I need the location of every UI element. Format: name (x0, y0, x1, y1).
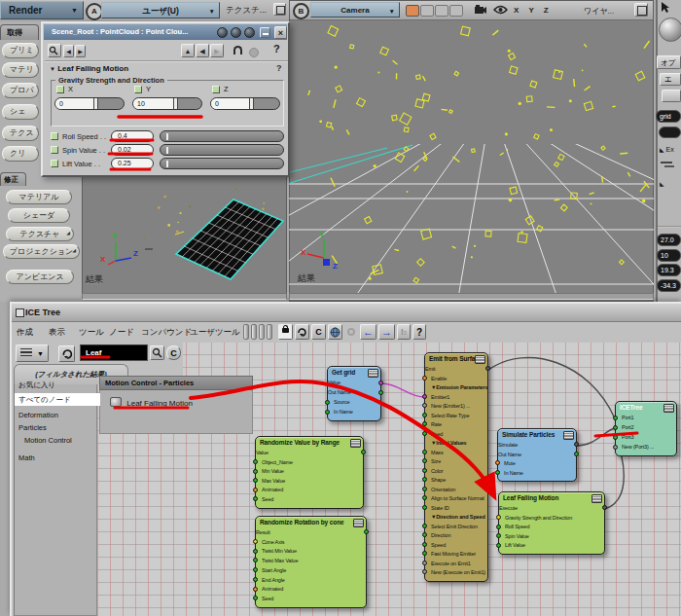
keyframe-icon-disabled[interactable] (249, 48, 259, 57)
axis-x-slider[interactable]: 0 (54, 97, 125, 110)
input-port[interactable] (253, 459, 258, 464)
eye-icon[interactable] (493, 5, 508, 15)
lift-value-value[interactable]: 0.25 (111, 158, 154, 169)
memo-cam-swatch[interactable] (449, 5, 463, 17)
display-mode-dropdown[interactable]: ワイヤ... (584, 6, 614, 17)
lift-value-checkbox[interactable] (51, 160, 58, 167)
render-mode-dropdown[interactable]: Render ▼ (0, 1, 84, 19)
forward-button-disabled[interactable]: ▶ (210, 44, 224, 57)
sidebar-button-5[interactable]: テクス (2, 126, 39, 141)
slider-handle[interactable] (173, 98, 178, 109)
axis-z-slider[interactable]: 0 (210, 97, 280, 110)
roll-speed-checkbox[interactable] (51, 132, 58, 140)
slider-tick[interactable] (166, 161, 168, 167)
user-menu-dropdown[interactable]: ユーザ(U) ▼ (101, 2, 220, 18)
category-Deformation[interactable]: Deformation (15, 409, 100, 421)
preset-item-leaf-falling-motion[interactable]: Leaf Falling Motion (110, 397, 193, 408)
input-port[interactable] (253, 549, 258, 554)
viewport-scroll-strip[interactable] (289, 293, 654, 300)
input-port[interactable] (422, 376, 427, 380)
slider-handle[interactable] (93, 98, 98, 109)
node-menu-icon[interactable] (591, 494, 602, 503)
list-style-dropdown[interactable]: ▼ (16, 344, 49, 362)
slider-handle[interactable] (249, 98, 254, 109)
sidebar-button-3[interactable]: プロパ (2, 83, 39, 98)
explorer-label[interactable]: ◣ Ex (660, 146, 674, 153)
memo-cam-swatch[interactable] (435, 5, 448, 17)
output-port[interactable] (574, 452, 579, 456)
keyable-lock-button[interactable] (48, 44, 61, 57)
input-port[interactable] (422, 542, 427, 547)
node-randomize_value[interactable]: Randomize Value by RangeValueObject_Name… (255, 436, 364, 509)
slider-tick[interactable] (166, 147, 168, 154)
lock-button[interactable] (278, 324, 293, 340)
help-button[interactable]: ? (412, 324, 426, 340)
next-page-button[interactable]: ▶ (75, 45, 86, 57)
node-randomize_rotation[interactable]: Randomize Rotation by coneResultCone Axi… (255, 516, 367, 608)
node-get_grid[interactable]: Get gridValueOut NameSourceIn Name (327, 366, 381, 421)
section-help-icon[interactable]: ? (276, 63, 282, 73)
tab-modify[interactable]: 修正 (0, 172, 26, 186)
input-port[interactable] (613, 445, 618, 450)
search-input[interactable]: Leaf (80, 344, 148, 361)
ice-menu-5[interactable]: コンパウンド (141, 327, 192, 339)
blank-button[interactable] (662, 90, 681, 102)
empty-field[interactable] (659, 127, 681, 138)
sidebar-button-6[interactable]: クリ (2, 146, 39, 162)
input-port[interactable] (253, 577, 258, 582)
refresh-button[interactable] (295, 324, 309, 340)
c-button[interactable]: C (311, 324, 326, 340)
roll-speed-value[interactable]: 0.4 (111, 130, 154, 142)
transform-value-field[interactable]: 10 (657, 249, 681, 262)
lift-value-slider[interactable] (160, 158, 284, 169)
sidebar-button-アンビエンス[interactable]: アンビエンス (6, 270, 74, 284)
category-Motion Control[interactable]: Motion Control (15, 434, 106, 447)
viewport-maximize-icon[interactable] (634, 3, 648, 17)
input-port[interactable] (613, 435, 618, 440)
ice-menu-2[interactable]: 表示 (49, 327, 65, 339)
input-port[interactable] (613, 416, 618, 420)
warning-button-disabled[interactable]: !≡ (397, 324, 411, 340)
spin-value-checkbox[interactable] (51, 146, 58, 154)
slider-tick[interactable] (166, 133, 168, 140)
clear-search-button[interactable]: C (166, 345, 181, 360)
category-Particles[interactable]: Particles (15, 421, 100, 434)
input-port[interactable] (422, 505, 427, 510)
input-port[interactable] (422, 487, 427, 491)
output-port[interactable] (378, 380, 383, 385)
nav-back-button[interactable]: ← (360, 324, 376, 340)
prev-page-button[interactable]: ◀ (63, 45, 74, 57)
node-simulate[interactable]: Simulate ParticlesSimulateOut NameMuteIn… (497, 428, 577, 482)
sidebar-button-シェーダ[interactable]: シェーダ (8, 208, 70, 223)
close-button[interactable]: × (274, 26, 287, 39)
category-Math[interactable]: Math (15, 452, 100, 464)
input-port[interactable] (496, 515, 501, 520)
input-port[interactable] (422, 394, 427, 399)
edit-button[interactable]: エ (660, 73, 681, 86)
transform-value-field[interactable]: -34.3 (657, 279, 681, 292)
node-menu-icon[interactable] (350, 439, 361, 448)
help-icon[interactable]: ? (273, 43, 280, 54)
sidebar-button-マテリアル[interactable]: マテリアル (6, 190, 72, 204)
input-port[interactable] (422, 561, 427, 565)
axis-z-checkbox[interactable] (212, 86, 220, 93)
lock-icon[interactable] (244, 27, 255, 38)
trackball-widget[interactable] (659, 18, 681, 42)
section-header[interactable]: ▼ Leaf Falling Motion (50, 64, 128, 73)
category-すべてのノード[interactable]: すべてのノード (15, 393, 100, 406)
ice-menu-6[interactable]: ユーザツール (190, 327, 240, 339)
category-お気に入り[interactable]: お気に入り (15, 379, 100, 391)
node-icetree[interactable]: ICETreePort1Port2Port3New (Port3) ... (615, 401, 677, 456)
axis-y-slider[interactable]: 10 (132, 97, 202, 110)
globe-button[interactable] (328, 324, 342, 340)
up-level-button[interactable]: ▲ (181, 44, 195, 57)
camera-icon[interactable] (474, 4, 487, 16)
input-port[interactable] (422, 413, 427, 417)
axis-x-checkbox[interactable] (56, 86, 64, 93)
input-port[interactable] (422, 468, 427, 473)
recycle-icon[interactable] (233, 46, 242, 54)
node-menu-icon[interactable] (368, 369, 378, 378)
sidebar-button-プロジェクション[interactable]: プロジェクション◢ (3, 244, 80, 259)
sidebar-button-1[interactable]: プリミ (2, 43, 39, 58)
input-port[interactable] (253, 469, 258, 474)
